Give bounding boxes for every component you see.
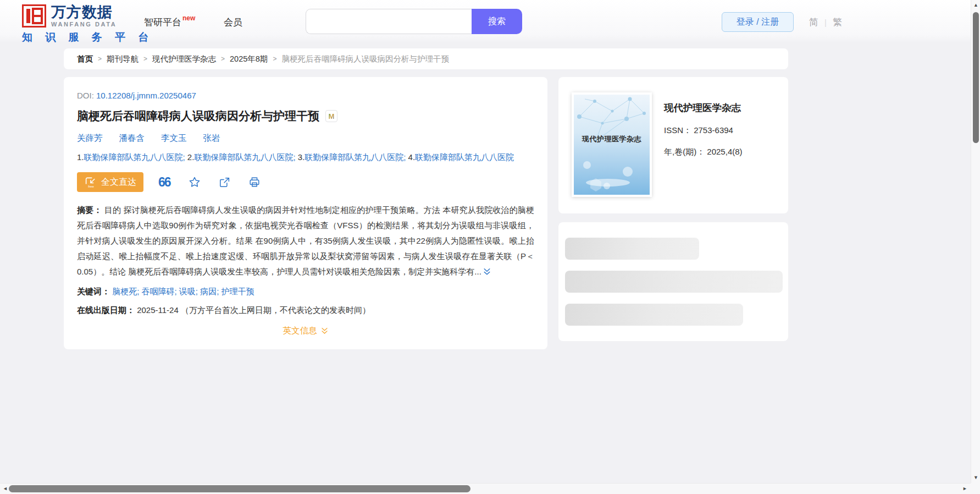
- language-switch: 简 | 繁: [809, 16, 842, 29]
- breadcrumb-issue[interactable]: 2025年8期: [230, 54, 268, 64]
- keyword-link[interactable]: 护理干预: [222, 287, 254, 296]
- keywords-row: 关键词： 脑梗死; 吞咽障碍; 误吸; 病因; 护理干预: [77, 284, 534, 299]
- english-info-label: 英文信息: [283, 325, 317, 337]
- author-link[interactable]: 李文玉: [161, 133, 187, 144]
- vertical-scrollbar-thumb[interactable]: [973, 12, 979, 143]
- affiliation-link[interactable]: 联勤保障部队第九八八医院: [194, 152, 293, 162]
- horizontal-scrollbar[interactable]: ◄ ►: [0, 483, 971, 494]
- search-input[interactable]: [306, 9, 472, 34]
- cover-decoration: [574, 95, 650, 195]
- online-publish-row: 在线出版日期： 2025-11-24 （万方平台首次上网日期，不代表论文的发表时…: [77, 305, 534, 316]
- article-title-row: 脑梗死后吞咽障碍病人误吸病因分析与护理干预 M: [77, 108, 534, 124]
- lang-traditional[interactable]: 繁: [833, 16, 842, 29]
- search-button[interactable]: 搜索: [472, 9, 522, 34]
- horizontal-scrollbar-thumb[interactable]: [9, 485, 470, 492]
- journal-issn-row: ISSN： 2753-6394: [664, 125, 743, 136]
- breadcrumb-separator: >: [143, 55, 147, 63]
- affiliation-link[interactable]: 联勤保障部队第九八八医院: [415, 152, 514, 162]
- breadcrumb-separator: >: [98, 55, 102, 63]
- favorite-star-icon[interactable]: [189, 176, 201, 188]
- affiliation-number: 1.: [77, 152, 84, 162]
- article-actions: free 全文直达 66: [77, 172, 534, 192]
- nav-zhiyan-platform[interactable]: 智研平台new: [144, 16, 194, 29]
- breadcrumb-current-article: 脑梗死后吞咽障碍病人误吸病因分析与护理干预: [281, 54, 449, 64]
- breadcrumb-journal-nav[interactable]: 期刊导航: [107, 54, 139, 64]
- free-download-icon: free: [84, 176, 97, 189]
- affiliation-separator: ;: [403, 152, 406, 162]
- svg-text:free: free: [88, 184, 94, 188]
- author-link[interactable]: 张岩: [203, 133, 220, 144]
- scroll-right-arrow[interactable]: ►: [962, 486, 967, 491]
- keyword-link[interactable]: 脑梗死: [112, 287, 137, 296]
- affiliation-link[interactable]: 联勤保障部队第九八八医院: [304, 152, 403, 162]
- scroll-left-arrow[interactable]: ◄: [3, 486, 8, 491]
- share-icon[interactable]: [219, 177, 230, 188]
- doi-label: DOI:: [77, 91, 94, 100]
- issue-label: 年,卷(期)：: [664, 147, 705, 156]
- breadcrumb-separator: >: [221, 55, 225, 63]
- doi-link[interactable]: 10.12208/j.jmnm.20250467: [96, 91, 196, 100]
- keyword-separator: ;: [175, 287, 177, 296]
- metrics-badge-icon[interactable]: M: [325, 110, 337, 122]
- breadcrumb: 首页 > 期刊导航 > 现代护理医学杂志 > 2025年8期 > 脑梗死后吞咽障…: [64, 48, 788, 69]
- related-content-card: [558, 222, 788, 341]
- keyword-separator: ;: [196, 287, 198, 296]
- author-link[interactable]: 潘春含: [119, 133, 145, 144]
- skeleton-placeholder-bar: [565, 271, 783, 293]
- vertical-scrollbar[interactable]: ▲ ▼: [971, 0, 980, 483]
- brand-name-en: WANFANG DATA: [51, 21, 117, 28]
- lang-divider: |: [824, 18, 827, 27]
- new-badge: new: [182, 14, 195, 22]
- issn-label: ISSN：: [664, 125, 691, 135]
- scroll-down-arrow[interactable]: ▼: [973, 475, 978, 480]
- login-register-button[interactable]: 登录 / 注册: [722, 12, 794, 32]
- keyword-link[interactable]: 病因: [200, 287, 217, 296]
- doi-line: DOI: 10.12208/j.jmnm.20250467: [77, 91, 534, 100]
- fulltext-button-label: 全文直达: [101, 177, 136, 188]
- lang-simplified[interactable]: 简: [809, 16, 818, 29]
- affiliation-number: 2.: [187, 152, 195, 162]
- affiliation-separator: ;: [183, 152, 185, 162]
- article-detail-card: DOI: 10.12208/j.jmnm.20250467 脑梗死后吞咽障碍病人…: [64, 77, 547, 349]
- keyword-separator: ;: [137, 287, 139, 296]
- issn-value: 2753-6394: [694, 125, 733, 135]
- affiliation-link[interactable]: 联勤保障部队第九八八医院: [84, 152, 183, 162]
- online-publish-label: 在线出版日期：: [77, 305, 135, 315]
- nav-member[interactable]: 会员: [224, 16, 242, 29]
- abstract-text: 目的 探讨脑梗死后吞咽障碍病人发生误吸的病因并针对性地制定相应的护理干预策略。方…: [77, 205, 534, 276]
- breadcrumb-journal[interactable]: 现代护理医学杂志: [152, 54, 216, 64]
- author-link[interactable]: 关薛芳: [77, 133, 103, 144]
- search-bar: 搜索: [306, 9, 522, 34]
- affiliation-number: 4.: [408, 152, 416, 162]
- online-publish-date: 2025-11-24: [137, 305, 179, 315]
- keywords-label: 关键词：: [77, 287, 110, 296]
- keyword-link[interactable]: 吞咽障碍: [142, 287, 175, 296]
- english-info-toggle[interactable]: 英文信息: [77, 325, 534, 337]
- journal-name[interactable]: 现代护理医学杂志: [664, 101, 743, 114]
- wanfang-logo[interactable]: 万方数据 WANFANG DATA 知 识 服 务 平 台: [22, 4, 153, 45]
- fulltext-access-button[interactable]: free 全文直达: [77, 172, 143, 192]
- nav-zhiyan-label: 智研平台: [144, 17, 181, 28]
- cite-quote-icon[interactable]: 66: [158, 176, 170, 189]
- keyword-separator: ;: [217, 287, 219, 296]
- expand-abstract-chevron-icon[interactable]: [483, 267, 491, 276]
- site-header: 万方数据 WANFANG DATA 知 识 服 务 平 台 智研平台new 会员…: [0, 0, 980, 43]
- scrollbar-corner: [971, 483, 980, 494]
- wanfang-logo-icon: [22, 4, 46, 28]
- affiliation-number: 3.: [298, 152, 305, 162]
- keyword-link[interactable]: 误吸: [179, 287, 196, 296]
- author-list: 关薛芳 潘春含 李文玉 张岩: [77, 133, 534, 144]
- journal-cover-image[interactable]: 现代护理医学杂志: [572, 92, 652, 197]
- journal-info-card: 现代护理医学杂志 现代护理医学杂志 ISSN： 2753-6394 年,卷(期)…: [558, 77, 788, 213]
- scroll-up-arrow[interactable]: ▲: [973, 3, 978, 8]
- english-info-chevron-icon: [320, 327, 329, 335]
- affiliation-separator: ;: [293, 152, 295, 162]
- print-icon[interactable]: [248, 176, 261, 188]
- abstract-label: 摘要：: [77, 205, 102, 215]
- breadcrumb-home[interactable]: 首页: [77, 54, 93, 64]
- journal-issue-row: 年,卷(期)： 2025,4(8): [664, 147, 743, 157]
- skeleton-placeholder-bar: [565, 238, 699, 260]
- abstract-paragraph: 摘要： 目的 探讨脑梗死后吞咽障碍病人发生误吸的病因并针对性地制定相应的护理干预…: [77, 202, 534, 279]
- skeleton-placeholder-bar: [565, 304, 743, 326]
- breadcrumb-separator: >: [273, 55, 276, 63]
